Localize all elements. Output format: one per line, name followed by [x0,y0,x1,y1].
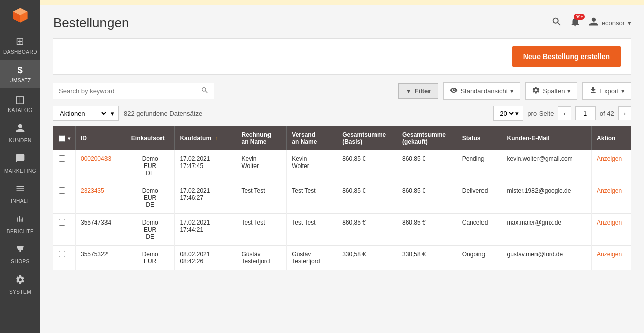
row-checkbox[interactable] [59,155,65,162]
kunden-icon [15,123,25,136]
columns-button[interactable]: Spalten ▾ [525,82,577,100]
view-order-link[interactable]: Anzeigen [597,155,622,162]
row-checkbox-cell [53,246,76,270]
row-gesamtsumme-gekauft: 860,85 € [397,182,457,214]
actions-select[interactable]: Aktionen [58,109,108,118]
order-id-link[interactable]: 2323435 [81,187,104,194]
row-gesamtsumme-gekauft: 860,85 € [397,150,457,182]
per-page-dropdown-icon: ▾ [515,109,519,117]
row-einkaufsort: DemoEURDE [126,214,175,246]
row-kaufdatum: 08.02.202108:42:26 [175,246,236,270]
prev-page-button[interactable]: ‹ [558,106,571,120]
new-order-button[interactable]: Neue Bestellung erstellen [512,46,621,67]
sidebar-item-label: UMSATZ [9,78,31,83]
row-kaufdatum: 17.02.202117:47:45 [175,150,236,182]
per-page-label: pro Seite [527,109,554,117]
row-email: gustav.men@ford.de [502,246,592,270]
global-search-button[interactable] [551,16,562,30]
th-einkaufsort: Einkaufsort [126,126,175,151]
search-box [53,83,214,99]
action-bar: Neue Bestellung erstellen [53,38,631,75]
th-kaufdatum[interactable]: Kaufdatum ↑ [175,126,236,151]
row-checkbox-cell [53,214,76,246]
sidebar-logo[interactable] [0,0,40,30]
row-id: 355747334 [76,214,126,246]
row-aktion[interactable]: Anzeigen [592,246,631,270]
page-header: Bestellungen 99+ econsor ▾ [53,15,631,31]
view-order-link[interactable]: Anzeigen [597,251,622,258]
sidebar-item-label: KUNDEN [9,138,31,143]
sidebar-item-inhalt[interactable]: INHALT [0,179,40,209]
search-input[interactable] [59,87,201,95]
row-aktion[interactable]: Anzeigen [592,150,631,182]
user-name: econsor [602,19,625,27]
row-gesamtsumme-basis: 860,85 € [337,182,397,214]
columns-label: Spalten [543,87,565,95]
select-all-dropdown-icon[interactable]: ▾ [68,136,70,141]
order-id-link[interactable]: 000200433 [81,155,111,162]
actions-dropdown-icon: ▾ [111,109,114,117]
sidebar-item-shops[interactable]: SHOPS [0,239,40,269]
sidebar-item-label: MARKETING [4,168,36,174]
table-row: 000200433DemoEURDE17.02.202117:47:45Kevi… [53,150,631,182]
view-dropdown-icon: ▾ [510,87,514,95]
sidebar-item-berichte[interactable]: BERICHTE [0,209,40,239]
sidebar-item-label: SHOPS [11,259,30,264]
view-order-link[interactable]: Anzeigen [597,219,622,226]
shops-icon [15,244,25,257]
row-einkaufsort: DemoEURDE [126,182,175,214]
next-page-button[interactable]: › [618,106,631,120]
gear-icon [532,86,540,96]
per-page-select[interactable]: 20 [498,109,515,118]
row-einkaufsort: DemoEURDE [126,150,175,182]
notification-button[interactable]: 99+ [570,16,581,30]
row-versand: KevinWolter [287,150,337,182]
header-actions: 99+ econsor ▾ [551,16,631,30]
dashboard-icon: ⊞ [16,35,25,47]
row-id[interactable]: 000200433 [76,150,126,182]
export-button[interactable]: Export ▾ [582,82,631,100]
sidebar-item-system[interactable]: SYSTEM [0,269,40,300]
row-status: Ongoing [457,246,502,270]
row-id[interactable]: 2323435 [76,182,126,214]
table-header-row: ▾ ID Einkaufsort Kaufdatum ↑ Rechnungan … [53,126,631,151]
row-rechnung: Test Test [236,182,287,214]
row-rechnung: Test Test [236,214,287,246]
view-select-button[interactable]: Standardansicht ▾ [443,82,520,100]
select-all-checkbox[interactable] [59,135,65,142]
row-einkaufsort: DemoEUR [126,246,175,270]
umsatz-icon: $ [18,65,23,76]
export-icon [589,86,597,96]
row-gesamtsumme-basis: 860,85 € [337,214,397,246]
table-row: 355747334DemoEURDE17.02.202117:44:21Test… [53,214,631,246]
sidebar-item-kunden[interactable]: KUNDEN [0,118,40,148]
row-checkbox[interactable] [59,251,65,257]
view-order-link[interactable]: Anzeigen [597,187,622,194]
actions-select-wrapper: Aktionen ▾ [53,106,119,121]
columns-dropdown-icon: ▾ [567,87,571,95]
user-menu-button[interactable]: econsor ▾ [588,17,631,29]
row-checkbox[interactable] [59,187,65,194]
row-checkbox[interactable] [59,219,65,226]
page-number-input[interactable] [575,106,596,120]
content-area: Bestellungen 99+ econsor ▾ [40,5,644,333]
row-checkbox-cell [53,150,76,182]
row-aktion[interactable]: Anzeigen [592,214,631,246]
filter-button[interactable]: ▼ Filter [398,83,439,99]
pagination-left: Aktionen ▾ 822 gefundene Datensätze [53,106,202,121]
row-checkbox-cell [53,182,76,214]
th-aktion: Aktion [592,126,631,151]
sidebar-item-dashboard[interactable]: ⊞ DASHBOARD [0,30,40,60]
row-kaufdatum: 17.02.202117:46:27 [175,182,236,214]
sidebar-item-marketing[interactable]: MARKETING [0,148,40,179]
sidebar-item-katalog[interactable]: ◫ KATALOG [0,88,40,118]
th-rechnung: Rechnungan Name [236,126,287,151]
sidebar-item-umsatz[interactable]: $ UMSATZ [0,60,40,88]
row-email: mister.1982@google.de [502,182,592,214]
th-status: Status [457,126,502,151]
search-submit-icon[interactable] [201,86,209,96]
th-id: ID [76,126,126,151]
row-aktion[interactable]: Anzeigen [592,182,631,214]
table-row: 35575322DemoEUR08.02.202108:42:26GüstävT… [53,246,631,270]
marketing-icon [15,153,25,166]
